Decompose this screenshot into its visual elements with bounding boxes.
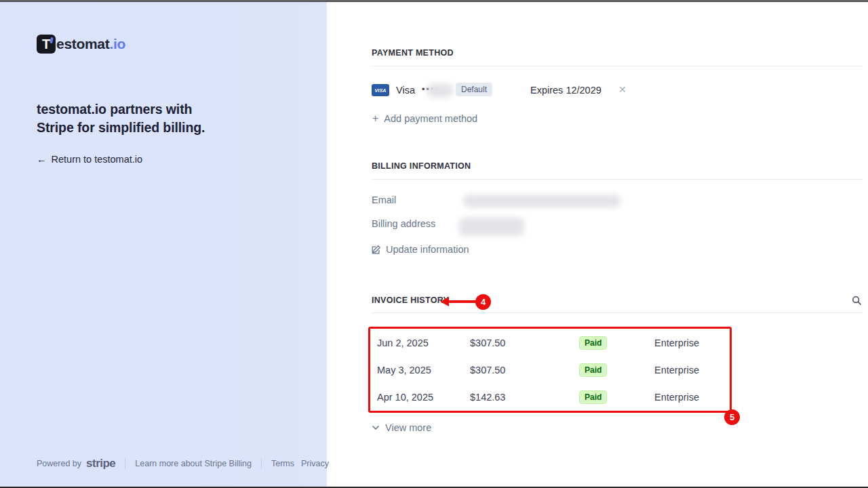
return-link-label: Return to testomat.io bbox=[52, 154, 143, 165]
testomat-logo-icon: T bbox=[37, 35, 56, 54]
invoice-amount: $142.63 bbox=[470, 384, 505, 411]
sidebar: T estomat.io testomat.io partners with S… bbox=[0, 0, 327, 488]
invoice-plan: Enterprise bbox=[654, 329, 699, 357]
footer-divider bbox=[125, 458, 125, 469]
status-badge: Paid bbox=[579, 336, 607, 350]
privacy-link[interactable]: Privacy bbox=[301, 459, 329, 468]
add-payment-method-label: Add payment method bbox=[384, 113, 477, 124]
footer-divider bbox=[261, 458, 262, 469]
logo-wordmark-main: estomat bbox=[56, 36, 109, 52]
edit-pencil-icon bbox=[372, 245, 380, 254]
window-top-edge bbox=[0, 0, 868, 2]
payment-method-title: PAYMENT METHOD bbox=[372, 48, 454, 58]
redacted-address-value bbox=[459, 218, 524, 236]
invoice-plan: Enterprise bbox=[654, 384, 699, 411]
invoice-row[interactable]: May 3, 2025 $307.50 Paid Enterprise bbox=[372, 357, 732, 384]
update-information-button[interactable]: Update information bbox=[372, 244, 469, 255]
billing-portal-main: PAYMENT METHOD VISA Visa •••• Default Ex… bbox=[372, 0, 868, 488]
search-invoices-icon[interactable] bbox=[850, 294, 863, 306]
remove-card-icon[interactable]: ✕ bbox=[618, 81, 627, 100]
logo-wordmark-suffix: .io bbox=[109, 36, 125, 52]
status-badge: Paid bbox=[579, 363, 607, 377]
section-divider bbox=[372, 179, 863, 180]
update-information-label: Update information bbox=[386, 244, 469, 255]
invoice-history-title: INVOICE HISTORY bbox=[372, 296, 449, 305]
chevron-down-icon bbox=[372, 424, 380, 432]
invoice-plan: Enterprise bbox=[654, 357, 699, 384]
view-more-label: View more bbox=[385, 422, 431, 433]
billing-address-label: Billing address bbox=[372, 218, 435, 229]
annotation-step-4-badge: 4 bbox=[475, 294, 491, 310]
payment-method-row: VISA Visa •••• Default Expires 12/2029 ✕ bbox=[372, 81, 863, 100]
invoice-row[interactable]: Apr 10, 2025 $142.63 Paid Enterprise bbox=[372, 384, 732, 411]
redacted-card-last4 bbox=[427, 83, 453, 98]
redacted-email-value bbox=[463, 195, 620, 207]
section-divider bbox=[372, 66, 863, 66]
logo-wordmark: estomat.io bbox=[56, 36, 125, 52]
powered-by-label: Powered by bbox=[37, 459, 81, 468]
visa-icon-label: VISA bbox=[374, 88, 386, 93]
invoice-date: May 3, 2025 bbox=[377, 357, 431, 384]
search-icon bbox=[852, 296, 862, 306]
sidebar-footer: Powered by stripe Learn more about Strip… bbox=[37, 457, 329, 470]
view-more-button[interactable]: View more bbox=[372, 422, 431, 433]
status-badge: Paid bbox=[579, 390, 607, 404]
partnership-headline: testomat.io partners with Stripe for sim… bbox=[37, 100, 260, 137]
invoice-amount: $307.50 bbox=[470, 357, 505, 384]
return-to-merchant-link[interactable]: ← Return to testomat.io bbox=[37, 154, 142, 165]
testomat-logo: T estomat.io bbox=[37, 35, 125, 54]
visa-card-icon: VISA bbox=[372, 84, 389, 96]
learn-more-link[interactable]: Learn more about Stripe Billing bbox=[135, 459, 252, 468]
invoice-date: Jun 2, 2025 bbox=[377, 329, 429, 357]
invoice-row[interactable]: Jun 2, 2025 $307.50 Paid Enterprise bbox=[372, 329, 732, 357]
stripe-wordmark: stripe bbox=[86, 457, 115, 470]
add-payment-method-button[interactable]: + Add payment method bbox=[372, 113, 477, 125]
headline-line-1: testomat.io partners with bbox=[37, 100, 260, 119]
invoice-date: Apr 10, 2025 bbox=[377, 384, 433, 411]
terms-link[interactable]: Terms bbox=[271, 459, 294, 468]
annotation-arrow-shaft bbox=[448, 300, 478, 303]
logo-letter: T bbox=[42, 37, 50, 51]
back-arrow-icon: ← bbox=[37, 154, 47, 165]
annotation-arrow-head bbox=[440, 297, 449, 306]
card-expiry-label: Expires 12/2029 bbox=[530, 81, 601, 100]
billing-information-title: BILLING INFORMATION bbox=[372, 161, 471, 171]
plus-icon: + bbox=[372, 113, 378, 125]
invoice-amount: $307.50 bbox=[470, 329, 505, 357]
logo-accent-mark bbox=[50, 37, 54, 44]
card-brand-label: Visa bbox=[396, 81, 415, 100]
section-divider bbox=[372, 312, 863, 313]
annotation-step-5-badge: 5 bbox=[724, 409, 740, 425]
email-label: Email bbox=[372, 195, 396, 205]
default-badge: Default bbox=[456, 83, 492, 96]
headline-line-2: Stripe for simplified billing. bbox=[37, 119, 260, 137]
